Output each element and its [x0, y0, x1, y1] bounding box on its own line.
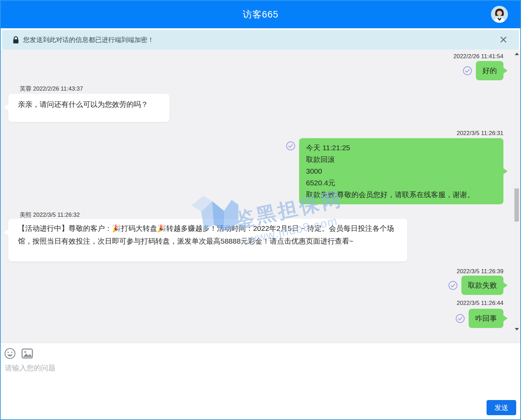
agent-avatar: [491, 6, 508, 23]
message-bubble: 咋回事: [469, 309, 503, 328]
agent-avatar-icon: [491, 6, 508, 23]
encryption-banner: 您发送到此对话的信息都已进行端到端加密！: [2, 30, 519, 50]
sender-label: 美熙 2022/3/5 11:26:32: [20, 211, 80, 219]
message-timestamp: 2022/2/26 11:41:54: [453, 53, 503, 60]
message-text: 亲亲，请问还有什么可以为您效劳的吗？: [18, 100, 148, 108]
sent-check-icon: [448, 281, 458, 290]
message-text: 好的: [482, 65, 497, 76]
encryption-text: 您发送到此对话的信息都已进行端到端加密！: [23, 35, 154, 44]
incoming-message-bubble: 【活动进行中】尊敬的客户：🎉打码大转盘🎉转越多赚越多！活动时间：2022年2月5…: [8, 219, 407, 262]
sent-check-icon: [456, 314, 465, 323]
lock-icon: [13, 36, 19, 44]
sender-label: 芙蓉 2022/2/26 11:43:37: [20, 85, 83, 93]
outgoing-message: 咋回事: [456, 309, 503, 328]
outgoing-message: 今天 11:21:25 取款回滚 3000 6520.4元 取款失败:尊敬的会员…: [286, 138, 503, 204]
visitor-title: 访客665: [243, 8, 278, 21]
image-upload-icon[interactable]: [21, 348, 33, 359]
chat-scrollbar[interactable]: [514, 50, 520, 333]
chat-window: 访客665 您发送到此对话的信息都已进行端到端加密！ 2022/2/26 11:: [0, 0, 521, 420]
message-text: 3000: [306, 165, 497, 177]
message-bubble: 好的: [476, 61, 503, 80]
scrollbar-thumb[interactable]: [514, 188, 519, 222]
send-button[interactable]: 发送: [487, 400, 516, 415]
composer: 发送: [1, 343, 520, 419]
message-text: 咋回事: [475, 313, 497, 324]
message-input[interactable]: [5, 363, 460, 411]
emoji-icon[interactable]: [4, 348, 16, 359]
message-bubble: 取款失败: [461, 276, 503, 295]
scroll-down-icon[interactable]: [514, 326, 520, 332]
message-text: 【活动进行中】尊敬的客户：🎉打码大转盘🎉转越多赚越多！活动时间：2022年2月5…: [18, 224, 394, 245]
incoming-message-bubble: 亲亲，请问还有什么可以为您效劳的吗？: [8, 94, 170, 122]
sent-check-icon: [286, 141, 295, 151]
outgoing-message: 好的: [463, 61, 503, 80]
sent-check-icon: [463, 66, 472, 75]
message-text: 取款失败: [468, 279, 497, 291]
chat-header: 访客665: [1, 1, 520, 28]
close-icon[interactable]: [497, 33, 510, 46]
message-text: 取款失败:尊敬的会员您好，请联系在线客服，谢谢。: [306, 189, 497, 201]
message-bubble: 今天 11:21:25 取款回滚 3000 6520.4元 取款失败:尊敬的会员…: [299, 138, 503, 204]
outgoing-message: 取款失败: [448, 276, 503, 295]
scroll-up-icon[interactable]: [514, 51, 520, 57]
message-text: 今天 11:21:25: [306, 142, 497, 154]
message-timestamp: 2022/3/5 11:26:31: [457, 130, 503, 137]
message-timestamp: 2022/3/5 11:26:44: [457, 300, 503, 307]
message-text: 6520.4元: [306, 177, 497, 189]
message-text: 取款回滚: [306, 154, 497, 165]
message-timestamp: 2022/3/5 11:26:39: [457, 268, 503, 275]
message-list[interactable]: 2022/2/26 11:41:54 好的 芙蓉 2022/2/26 11:43…: [1, 50, 520, 342]
